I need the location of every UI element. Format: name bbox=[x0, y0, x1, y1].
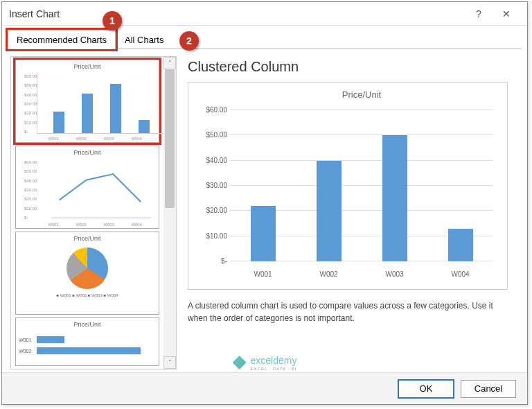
y-tick: $60.00 bbox=[197, 106, 227, 114]
hbar-label: W001 bbox=[19, 338, 37, 342]
dialog-footer: OK Cancel bbox=[2, 372, 527, 404]
scroll-track[interactable] bbox=[163, 69, 176, 356]
tab-recommended-charts[interactable]: Recommended Charts bbox=[8, 30, 116, 49]
y-tick: $10.00 bbox=[197, 232, 227, 239]
pie-icon bbox=[66, 247, 108, 289]
bar-2 bbox=[382, 135, 407, 261]
thumb-line-chart[interactable]: Price/Unit $60.00$50.00$40.00$30.00$20.0… bbox=[15, 146, 159, 229]
y-tick: $30.00 bbox=[197, 182, 227, 189]
help-button[interactable]: ? bbox=[465, 2, 493, 26]
thumb-clustered-column[interactable]: Price/Unit $60.00$50.00$40.00$30.00$20.0… bbox=[15, 60, 159, 143]
pie-legend: ■ W001 ■ W002 ■ W003 ■ W004 bbox=[16, 293, 159, 297]
watermark: exceldemy EXCEL · DATA · BI bbox=[233, 354, 297, 371]
ok-button[interactable]: OK bbox=[398, 380, 454, 398]
mini-y-ticks: $60.00$50.00$40.00$30.00$20.00$10.00$- bbox=[24, 74, 34, 134]
insert-chart-dialog: Insert Chart ? ✕ 1 2 Recommended Charts … bbox=[1, 1, 528, 405]
chart-description: A clustered column chart is used to comp… bbox=[188, 299, 508, 324]
watermark-brand: exceldemy bbox=[251, 355, 297, 366]
thumb-bar-chart[interactable]: Price/Unit W001 W002 bbox=[15, 317, 159, 366]
thumb-plot: $60.00$50.00$40.00$30.00$20.00$10.00$- W… bbox=[24, 160, 153, 220]
plot-area: $- $10.00 $20.00 $30.00 $40.00 $50.00 $6… bbox=[230, 110, 493, 261]
tab-bar: Recommended Charts All Charts bbox=[2, 26, 527, 49]
x-tick: W001 bbox=[254, 270, 272, 278]
scroll-up-button[interactable]: ˄ bbox=[163, 57, 176, 69]
hbar-label: W002 bbox=[19, 349, 37, 354]
cancel-button[interactable]: Cancel bbox=[461, 380, 516, 398]
bar-1 bbox=[317, 161, 342, 261]
thumb-plot: $60.00$50.00$40.00$30.00$20.00$10.00$- W… bbox=[24, 74, 153, 134]
x-tick: W003 bbox=[385, 270, 403, 278]
thumb-title: Price/Unit bbox=[16, 63, 159, 70]
close-button[interactable]: ✕ bbox=[493, 2, 520, 26]
thumb-title: Price/Unit bbox=[16, 149, 159, 156]
bar-3 bbox=[448, 229, 473, 261]
thumb-plot: W001 W002 bbox=[16, 328, 159, 363]
thumbnail-column: Price/Unit $60.00$50.00$40.00$30.00$20.0… bbox=[11, 57, 163, 369]
preview-pane: Clustered Column Price/Unit $- $10.00 $2… bbox=[177, 56, 519, 369]
x-tick: W004 bbox=[451, 270, 469, 278]
scroll-down-button[interactable]: ˅ bbox=[163, 356, 176, 369]
chart-type-heading: Clustered Column bbox=[188, 59, 508, 75]
watermark-tagline: EXCEL · DATA · BI bbox=[251, 367, 297, 371]
thumb-title: Price/Unit bbox=[16, 235, 159, 242]
watermark-text: exceldemy EXCEL · DATA · BI bbox=[251, 354, 297, 371]
tab-all-charts[interactable]: All Charts bbox=[116, 30, 172, 49]
y-tick: $50.00 bbox=[197, 131, 227, 139]
recommendation-list: Price/Unit $60.00$50.00$40.00$30.00$20.0… bbox=[10, 56, 177, 369]
bar-0 bbox=[251, 206, 276, 261]
scroll-thumb[interactable] bbox=[165, 69, 175, 208]
y-tick: $- bbox=[197, 257, 227, 265]
callout-marker-1: 1 bbox=[103, 11, 122, 31]
x-axis: W001 W002 W003 W004 bbox=[230, 270, 493, 278]
y-tick: $40.00 bbox=[197, 156, 227, 164]
mini-y-ticks: $60.00$50.00$40.00$30.00$20.00$10.00$- bbox=[24, 160, 34, 220]
x-tick: W002 bbox=[319, 270, 337, 278]
scrollbar-vertical[interactable]: ˄ ˅ bbox=[163, 57, 176, 369]
mini-x-ticks: W001W002W003W004 bbox=[39, 223, 150, 227]
content-area: Price/Unit $60.00$50.00$40.00$30.00$20.0… bbox=[2, 49, 527, 369]
thumb-pie-chart[interactable]: Price/Unit ■ W001 ■ W002 ■ W003 ■ W004 bbox=[15, 232, 159, 315]
chart-preview[interactable]: Price/Unit $- $10.00 $20.00 $30.00 $40.0… bbox=[188, 82, 508, 290]
chart-title: Price/Unit bbox=[226, 89, 497, 100]
bars bbox=[230, 110, 493, 261]
thumb-title: Price/Unit bbox=[16, 321, 159, 328]
mini-x-ticks: W001W002W003W004 bbox=[39, 137, 150, 141]
titlebar: Insert Chart ? ✕ bbox=[2, 2, 527, 26]
window-title: Insert Chart bbox=[9, 8, 465, 19]
exceldemy-logo-icon bbox=[233, 356, 247, 369]
line-icon bbox=[37, 160, 163, 220]
callout-marker-2: 2 bbox=[179, 31, 199, 51]
y-tick: $20.00 bbox=[197, 207, 227, 214]
